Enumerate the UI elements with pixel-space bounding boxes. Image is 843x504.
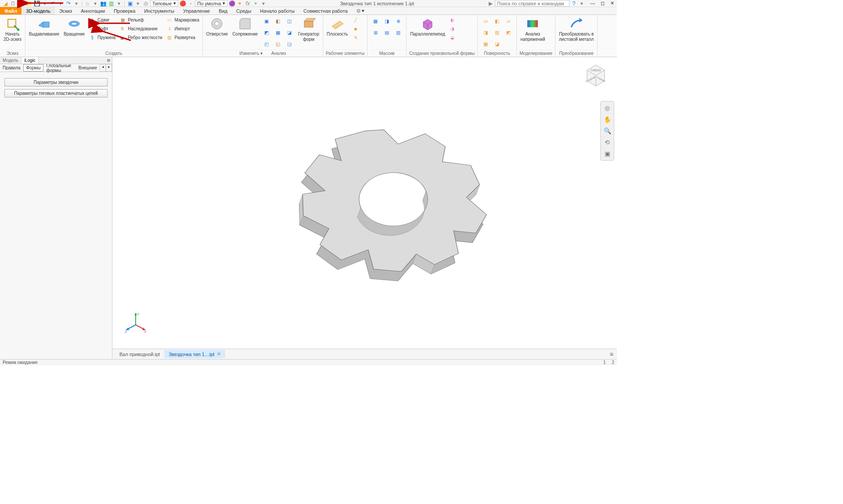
point-button[interactable]: ◆ — [352, 25, 360, 32]
decal-button[interactable]: ▭Маркировка — [166, 16, 200, 24]
search-play-icon[interactable]: ▶ — [487, 0, 494, 7]
style-dropdown[interactable]: Типовые▾ — [150, 0, 178, 7]
doc-tab-shaft[interactable]: Вал приводной.ipt — [115, 350, 164, 358]
plane-button[interactable]: Плоскость — [326, 16, 349, 38]
open-icon[interactable]: 📂 — [25, 0, 32, 7]
tab-environments[interactable]: Среды — [232, 7, 256, 14]
tab-annotations[interactable]: Аннотации — [76, 7, 109, 14]
freeform-box-button[interactable]: Параллелепипед — [409, 16, 446, 38]
array-circ-icon[interactable]: ⊕ — [393, 16, 403, 26]
modify-small-1[interactable]: ▣ — [261, 16, 272, 26]
nav-wheel-icon[interactable]: ◎ — [602, 103, 612, 113]
chevron-down-icon[interactable]: ▾ — [260, 0, 267, 7]
revolve-button[interactable]: Вращение — [63, 16, 86, 38]
surface-1[interactable]: ▭ — [480, 16, 491, 26]
subtabs-next-icon[interactable]: ▸ — [106, 64, 112, 72]
nav-lookat-icon[interactable]: ▣ — [602, 149, 612, 158]
chevron-down-icon[interactable]: ▾ — [41, 0, 48, 7]
favorites-icon[interactable]: ✦ — [236, 0, 243, 7]
colorball-icon[interactable]: 🟣 — [228, 0, 235, 7]
chevron-down-icon[interactable]: ▾ — [578, 0, 585, 7]
browser-menu-icon[interactable]: ≡ — [105, 57, 112, 64]
array-sketch-icon[interactable]: ⊞ — [370, 27, 381, 38]
viewport[interactable]: Сверху Спереди Справа ◎ ✋ 🔍 ⟲ ▣ Y X Z — [112, 57, 617, 359]
nav-orbit-icon[interactable]: ⟲ — [602, 137, 612, 147]
maximize-icon[interactable]: ◻ — [599, 0, 605, 6]
loft-button[interactable]: ▱Лофт — [88, 25, 116, 32]
help-icon[interactable]: ? — [570, 0, 577, 7]
tab-check[interactable]: Проверка — [109, 7, 140, 14]
rib-button[interactable]: ◣Ребро жесткости — [119, 33, 162, 41]
viewcube[interactable]: Сверху Спереди Справа — [582, 60, 610, 89]
target-icon[interactable]: ◎ — [142, 0, 149, 7]
modify-small-2[interactable]: ◧ — [273, 16, 283, 26]
import-button[interactable]: ⇩Импорт — [166, 25, 200, 32]
doc-tab-sprocket[interactable]: Звездочка тип 1…ipt ✕ — [164, 350, 225, 358]
axis-button[interactable]: ╱ — [352, 16, 360, 24]
nav-pan-icon[interactable]: ✋ — [602, 115, 612, 124]
coil-button[interactable]: §Пружина — [88, 33, 116, 41]
array-misc2-icon[interactable]: ▥ — [393, 27, 403, 38]
array-mirror-icon[interactable]: ◨ — [382, 16, 392, 26]
close-icon[interactable]: ✕ — [609, 0, 615, 6]
stress-analysis-button[interactable]: Анализ напряжений — [519, 16, 546, 43]
chevron-down-icon[interactable]: ▾ — [134, 0, 141, 7]
surface-3[interactable]: ▱ — [503, 16, 514, 26]
fillet-button[interactable]: Сопряжение — [231, 16, 259, 38]
doc-tab-close-icon[interactable]: ✕ — [217, 351, 221, 357]
new-icon[interactable]: 🗋 — [10, 0, 17, 7]
modify-small-7[interactable]: ◰ — [261, 39, 272, 49]
chevron-down-icon[interactable]: ▾ — [92, 0, 99, 7]
cube-icon[interactable]: ▫ — [187, 0, 194, 7]
form-chain-params-button[interactable]: Параметры тяговых пластинчатых цепей — [4, 89, 108, 97]
tab-collaborate[interactable]: Совместная работа — [299, 7, 352, 14]
sweep-button[interactable]: ◗Сдвиг — [88, 16, 116, 24]
minimize-icon[interactable]: — — [590, 0, 596, 6]
tab-3d-model[interactable]: 3D-модель — [22, 7, 54, 14]
tab-more[interactable]: ⊙ ▾ — [352, 7, 369, 14]
sheet-icon[interactable]: ▥ — [108, 0, 115, 7]
freeform3[interactable]: ◒ — [449, 33, 457, 41]
chevron-down-icon[interactable]: ▾ — [18, 0, 25, 7]
chevron-down-icon[interactable]: ▾ — [57, 0, 64, 7]
select-icon[interactable]: ▣ — [126, 0, 133, 7]
start-2d-sketch-button[interactable]: Начать 2D-эскиз — [3, 16, 22, 43]
freeform2[interactable]: ◑ — [449, 25, 457, 32]
emboss-button[interactable]: ▦Рельеф — [119, 16, 162, 24]
freeform1[interactable]: ◐ — [449, 16, 457, 24]
surface-8[interactable]: ◪ — [492, 39, 502, 49]
tab-file[interactable]: Файл — [0, 7, 22, 14]
extrude-button[interactable]: Выдавливание — [28, 16, 60, 38]
surface-4[interactable]: ◨ — [480, 27, 491, 38]
sub-tab-rules[interactable]: Правила — [0, 64, 23, 72]
subtabs-prev-icon[interactable]: ◂ — [100, 64, 106, 72]
chevron-down-icon[interactable]: ▾ — [73, 0, 80, 7]
material-ball-icon[interactable]: 🔴 — [179, 0, 186, 7]
appearance-dropdown[interactable]: По умолча▾ — [195, 0, 227, 7]
modify-small-8[interactable]: ◱ — [273, 39, 283, 49]
tab-getstarted[interactable]: Начало работы — [256, 7, 299, 14]
convert-sheetmetal-button[interactable]: Преобразовать в листовой металл — [558, 16, 594, 43]
modify-small-3[interactable]: ◫ — [284, 16, 295, 26]
team-icon[interactable]: 👥 — [100, 0, 107, 7]
form-sprocket-params-button[interactable]: Параметры звездочки — [4, 78, 108, 86]
save-icon[interactable]: 💾 — [33, 0, 40, 7]
surface-2[interactable]: ◧ — [492, 16, 502, 26]
derive-button[interactable]: ⎘Наследование — [119, 25, 162, 32]
array-rect-icon[interactable]: ▦ — [370, 16, 381, 26]
surface-7[interactable]: ▦ — [480, 39, 491, 49]
tab-manage[interactable]: Управление — [179, 7, 214, 14]
browser-tab-model[interactable]: Модель — [0, 57, 22, 64]
home-icon[interactable]: ⌂ — [84, 0, 91, 7]
modify-small-9[interactable]: ◲ — [284, 39, 295, 49]
doc-tabs-menu-icon[interactable]: ≡ — [606, 351, 617, 358]
sub-tab-forms[interactable]: Формы — [23, 64, 44, 72]
tab-sketch[interactable]: Эскиз — [55, 7, 76, 14]
modify-small-6[interactable]: ◪ — [284, 27, 295, 38]
surface-5[interactable]: ▥ — [492, 27, 502, 38]
unwrap-button[interactable]: ▥Развертка — [166, 33, 200, 41]
surface-6[interactable]: ◩ — [503, 27, 514, 38]
sub-tab-external[interactable]: Внешние — [76, 64, 100, 72]
ucs-button[interactable]: ↯ — [352, 33, 360, 41]
browser-tab-ilogic[interactable]: iLogic — [22, 57, 39, 64]
